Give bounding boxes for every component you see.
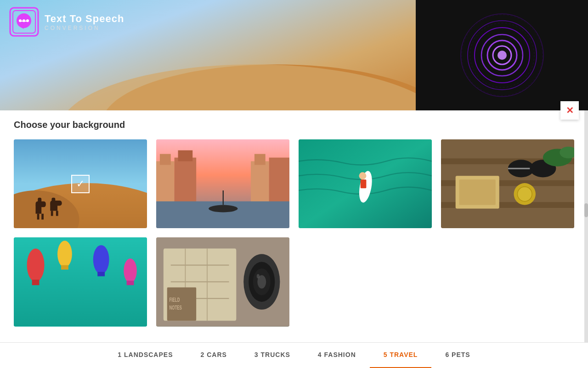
svg-point-61 — [27, 248, 45, 282]
svg-rect-38 — [254, 154, 266, 165]
header-background: — Text To Speech CONVERSION — [0, 0, 416, 110]
background-selector: Choose your background — [0, 110, 588, 342]
svg-rect-24 — [38, 198, 41, 203]
svg-point-83 — [257, 274, 260, 279]
dune-shape — [0, 51, 416, 110]
svg-rect-68 — [127, 281, 134, 286]
svg-point-59 — [517, 187, 532, 201]
svg-point-41 — [209, 205, 237, 213]
svg-point-63 — [57, 241, 72, 268]
svg-point-9 — [60, 64, 416, 110]
svg-rect-34 — [160, 154, 171, 165]
scrollbar-thumb[interactable] — [584, 203, 588, 217]
svg-point-6 — [26, 19, 29, 22]
section-title: Choose your background — [14, 120, 574, 130]
svg-rect-66 — [97, 272, 105, 276]
svg-rect-30 — [51, 211, 53, 216]
tab-travel[interactable]: 5 TRAVEL — [370, 343, 432, 368]
logo-text: Text To Speech CONVERSION — [45, 13, 124, 31]
svg-rect-25 — [37, 214, 40, 220]
background-thumb-map[interactable]: FIELD NOTES — [156, 237, 289, 326]
glow-effect — [456, 9, 548, 101]
svg-rect-52 — [459, 179, 496, 205]
tab-trucks[interactable]: 3 TRUCKS — [241, 343, 304, 368]
background-thumb-teal[interactable] — [14, 237, 147, 326]
background-thumb-ocean[interactable] — [299, 139, 432, 228]
tab-pets[interactable]: 6 PETS — [431, 343, 484, 368]
svg-text:FIELD: FIELD — [170, 297, 180, 303]
background-thumb-desert[interactable]: ✓ — [14, 139, 147, 228]
image-grid-row1: ✓ — [14, 139, 574, 228]
svg-point-5 — [23, 19, 25, 22]
category-tabs: 1 LANDSCAPES 2 CARS 3 TRUCKS 4 FASHION 5… — [0, 342, 588, 368]
app-subtitle: CONVERSION — [45, 25, 124, 31]
svg-point-16 — [498, 51, 507, 60]
tab-landscapes[interactable]: 1 LANDSCAPES — [104, 343, 187, 368]
svg-rect-76 — [167, 288, 196, 321]
header: — Text To Speech CONVERSION — [0, 0, 588, 110]
logo: — Text To Speech CONVERSION — [9, 7, 124, 37]
svg-text:NOTES: NOTES — [170, 305, 182, 311]
image-grid-row2: FIELD NOTES — [14, 237, 574, 326]
svg-rect-46 — [361, 179, 367, 188]
background-thumb-flatlay[interactable] — [441, 139, 574, 228]
svg-rect-62 — [32, 280, 40, 285]
svg-rect-29 — [51, 198, 55, 202]
background-thumb-venice[interactable] — [156, 139, 289, 228]
close-button[interactable]: ✕ — [560, 101, 579, 120]
svg-rect-64 — [61, 265, 68, 270]
logo-icon: — — [9, 7, 39, 37]
svg-point-45 — [359, 172, 367, 179]
selected-indicator: ✓ — [71, 175, 90, 193]
svg-rect-36 — [178, 150, 193, 161]
tab-fashion[interactable]: 4 FASHION — [304, 343, 370, 368]
preview-panel — [416, 0, 588, 110]
svg-point-65 — [93, 245, 109, 274]
svg-rect-26 — [41, 214, 44, 220]
svg-rect-31 — [56, 211, 58, 216]
app-title: Text To Speech — [45, 13, 124, 25]
tab-cars[interactable]: 2 CARS — [187, 343, 240, 368]
svg-point-67 — [124, 259, 137, 283]
svg-point-4 — [19, 19, 22, 22]
scrollbar-track[interactable] — [584, 110, 588, 342]
